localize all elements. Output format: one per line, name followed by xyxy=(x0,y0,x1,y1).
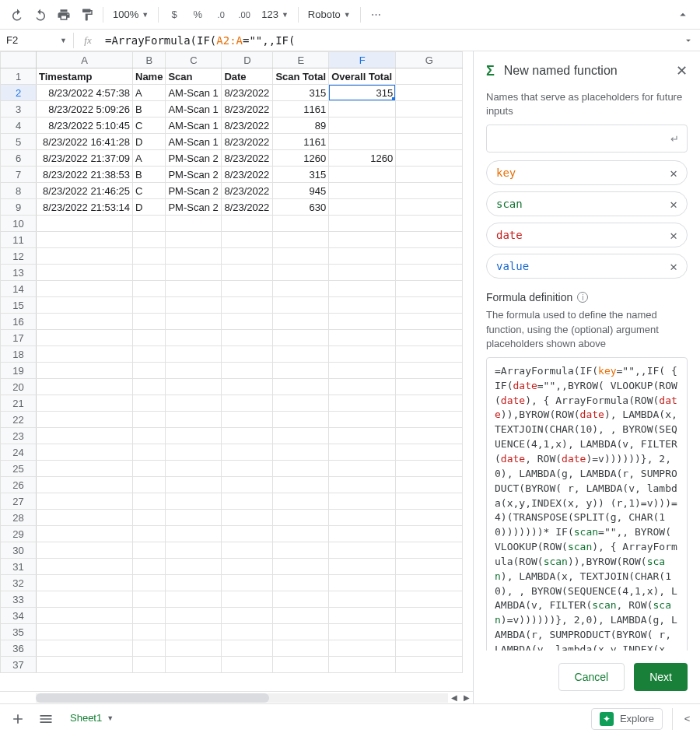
grid[interactable]: ABCDEFG1TimestampNameScanDateScan TotalO… xyxy=(0,51,473,691)
more-formats-dropdown[interactable]: 123▼ xyxy=(257,4,293,26)
cell-D18[interactable] xyxy=(222,346,273,363)
font-dropdown[interactable]: Roboto▼ xyxy=(303,4,355,26)
cell-G32[interactable] xyxy=(396,575,463,591)
cell-A11[interactable] xyxy=(37,232,133,248)
cell-E28[interactable] xyxy=(273,510,329,526)
cell-B13[interactable] xyxy=(133,265,166,281)
cell-C15[interactable] xyxy=(166,297,222,314)
cell-B15[interactable] xyxy=(133,297,166,314)
cell-F34[interactable] xyxy=(329,608,396,624)
cell-A30[interactable] xyxy=(37,542,133,559)
increase-decimal-button[interactable]: .00 xyxy=(233,4,255,26)
cell-F12[interactable] xyxy=(329,248,396,265)
cell-F18[interactable] xyxy=(329,346,396,363)
cell-B24[interactable] xyxy=(133,444,166,461)
cell-D6[interactable]: 8/23/2022 xyxy=(222,150,273,167)
cell-D28[interactable] xyxy=(222,510,273,526)
cell-G21[interactable] xyxy=(396,395,463,412)
scroll-left-button[interactable]: ◀ xyxy=(448,693,460,702)
cell-D32[interactable] xyxy=(222,575,273,591)
cell-A22[interactable] xyxy=(37,412,133,428)
cell-B31[interactable] xyxy=(133,559,166,575)
cell-G28[interactable] xyxy=(396,510,463,526)
cell-B11[interactable] xyxy=(133,232,166,248)
zoom-dropdown[interactable]: 100%▼ xyxy=(108,4,153,26)
cell-D31[interactable] xyxy=(222,559,273,575)
cell-G16[interactable] xyxy=(396,314,463,330)
cell-B7[interactable]: B xyxy=(133,167,166,183)
row-header-31[interactable]: 31 xyxy=(1,559,37,575)
cell-C5[interactable]: AM-Scan 1 xyxy=(166,134,222,150)
cell-D1[interactable]: Date xyxy=(222,68,273,85)
argument-chip-key[interactable]: key✕ xyxy=(486,160,688,185)
cell-D36[interactable] xyxy=(222,640,273,657)
cell-D24[interactable] xyxy=(222,444,273,461)
cell-C18[interactable] xyxy=(166,346,222,363)
cell-C35[interactable] xyxy=(166,624,222,640)
cell-A19[interactable] xyxy=(37,363,133,379)
cell-B2[interactable]: A xyxy=(133,85,166,101)
row-header-4[interactable]: 4 xyxy=(1,117,37,134)
row-header-13[interactable]: 13 xyxy=(1,265,37,281)
expand-formula-bar[interactable] xyxy=(677,35,700,46)
sheet-tab[interactable]: Sheet1▼ xyxy=(62,707,121,731)
cell-G33[interactable] xyxy=(396,591,463,608)
cell-F4[interactable] xyxy=(329,117,396,134)
row-header-14[interactable]: 14 xyxy=(1,281,37,297)
cell-E14[interactable] xyxy=(273,281,329,297)
row-header-5[interactable]: 5 xyxy=(1,134,37,150)
scroll-right-button[interactable]: ▶ xyxy=(460,693,473,702)
cell-C7[interactable]: PM-Scan 2 xyxy=(166,167,222,183)
cell-B28[interactable] xyxy=(133,510,166,526)
cell-F5[interactable] xyxy=(329,134,396,150)
row-header-36[interactable]: 36 xyxy=(1,640,37,657)
cell-D35[interactable] xyxy=(222,624,273,640)
cell-A17[interactable] xyxy=(37,330,133,346)
cell-A35[interactable] xyxy=(37,624,133,640)
cell-B37[interactable] xyxy=(133,657,166,673)
cell-F8[interactable] xyxy=(329,183,396,199)
cell-C25[interactable] xyxy=(166,461,222,477)
argument-chip-date[interactable]: date✕ xyxy=(486,223,688,247)
cell-D30[interactable] xyxy=(222,542,273,559)
cell-F35[interactable] xyxy=(329,624,396,640)
cell-G19[interactable] xyxy=(396,363,463,379)
more-tools-button[interactable]: ⋯ xyxy=(366,4,387,26)
cell-F13[interactable] xyxy=(329,265,396,281)
row-header-19[interactable]: 19 xyxy=(1,363,37,379)
cell-B35[interactable] xyxy=(133,624,166,640)
cell-C30[interactable] xyxy=(166,542,222,559)
row-header-22[interactable]: 22 xyxy=(1,412,37,428)
cell-E29[interactable] xyxy=(273,526,329,542)
undo-button[interactable] xyxy=(6,4,28,26)
remove-chip-button[interactable]: ✕ xyxy=(670,197,677,212)
cell-B18[interactable] xyxy=(133,346,166,363)
cell-G22[interactable] xyxy=(396,412,463,428)
cell-C6[interactable]: PM-Scan 2 xyxy=(166,150,222,167)
cell-C31[interactable] xyxy=(166,559,222,575)
cell-E11[interactable] xyxy=(273,232,329,248)
cell-D5[interactable]: 8/23/2022 xyxy=(222,134,273,150)
cell-F26[interactable] xyxy=(329,477,396,493)
cell-F11[interactable] xyxy=(329,232,396,248)
cell-D8[interactable]: 8/23/2022 xyxy=(222,183,273,199)
cell-F24[interactable] xyxy=(329,444,396,461)
argument-input[interactable]: ↵ xyxy=(486,125,688,153)
row-header-9[interactable]: 9 xyxy=(1,199,37,216)
cell-A20[interactable] xyxy=(37,379,133,395)
info-icon[interactable]: i xyxy=(577,292,588,303)
cell-F17[interactable] xyxy=(329,330,396,346)
cell-E26[interactable] xyxy=(273,477,329,493)
cell-G13[interactable] xyxy=(396,265,463,281)
cell-E19[interactable] xyxy=(273,363,329,379)
cell-A31[interactable] xyxy=(37,559,133,575)
cell-C20[interactable] xyxy=(166,379,222,395)
cell-A24[interactable] xyxy=(37,444,133,461)
cell-G23[interactable] xyxy=(396,428,463,444)
cell-F25[interactable] xyxy=(329,461,396,477)
cell-F37[interactable] xyxy=(329,657,396,673)
cell-E10[interactable] xyxy=(273,216,329,232)
cell-B10[interactable] xyxy=(133,216,166,232)
row-header-2[interactable]: 2 xyxy=(1,85,37,101)
formula-definition-input[interactable]: =ArrayFormula(IF(key="",,IF( { IF(date="… xyxy=(486,357,688,651)
